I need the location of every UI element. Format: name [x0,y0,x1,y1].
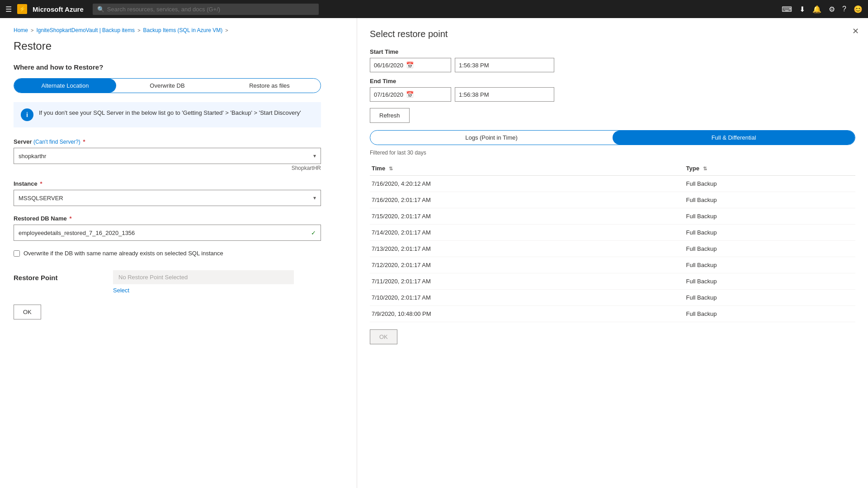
view-type-toggle: Logs (Point in Time) Full & Differential [370,130,855,145]
table-row[interactable]: 7/15/2020, 2:01:17 AMFull Backup [370,208,855,225]
start-time-label: Start Time [370,48,855,55]
restore-point-row: Restore Point Select [14,270,343,294]
restore-points-table: Time ⇅ Type ⇅ 7/16/2020, 4:20:12 AMFull … [370,161,855,322]
restore-point-time: 7/15/2020, 2:01:17 AM [370,208,684,225]
instance-field-group: Instance * MSSQLSERVER ▾ [14,180,343,206]
db-name-required: * [69,215,71,222]
server-field-group: Server (Can't find Server?) * shopkarthr… [14,138,343,171]
nav-icons: ⌨ ⬇ 🔔 ⚙ ? 😊 [782,5,863,14]
server-note[interactable]: (Can't find Server?) [33,139,80,145]
main-area: Home > IgniteShopkartDemoVault | Backup … [0,18,868,488]
start-date-value: 06/16/2020 [374,62,403,69]
restore-point-type: Full Backup [684,176,855,192]
table-row[interactable]: 7/10/2020, 2:01:17 AMFull Backup [370,290,855,306]
help-icon[interactable]: ? [842,5,846,13]
refresh-button[interactable]: Refresh [370,108,410,123]
time-column-header[interactable]: Time ⇅ [370,161,684,176]
search-input[interactable] [107,6,314,13]
db-name-value: employeedetails_restored_7_16_2020_1356 [19,230,135,236]
end-date-input[interactable]: 07/16/2020 📅 [370,87,451,102]
breadcrumb-sep-3: > [225,28,228,33]
table-row[interactable]: 7/12/2020, 2:01:17 AMFull Backup [370,257,855,273]
end-time-value: 1:56:38 PM [459,91,489,98]
section-heading: Where and how to Restore? [14,63,343,71]
breadcrumb-sep-2: > [137,28,140,33]
type-sort-icon[interactable]: ⇅ [703,166,707,172]
toggle-restore-as-files[interactable]: Restore as files [218,79,321,93]
bell-icon[interactable]: 🔔 [812,5,821,14]
check-icon: ✓ [311,230,316,236]
end-time-label: End Time [370,78,855,84]
instance-select[interactable]: MSSQLSERVER ▾ [14,190,321,206]
server-required: * [83,138,85,145]
breadcrumb-home[interactable]: Home [14,27,28,33]
table-row[interactable]: 7/16/2020, 2:01:17 AMFull Backup [370,192,855,208]
restore-point-type: Full Backup [684,192,855,208]
close-button[interactable]: ✕ [852,27,859,35]
settings-icon[interactable]: ⚙ [829,5,835,14]
restore-point-type: Full Backup [684,257,855,273]
type-column-header[interactable]: Type ⇅ [684,161,855,176]
table-row[interactable]: 7/14/2020, 2:01:17 AMFull Backup [370,225,855,241]
left-panel: Home > IgniteShopkartDemoVault | Backup … [0,18,357,488]
start-time-value: 1:56:38 PM [459,62,489,69]
server-chevron-icon: ▾ [313,153,316,159]
cloud-shell-icon[interactable]: ⌨ [782,5,792,14]
restore-point-type: Full Backup [684,290,855,306]
toggle-alternate-location[interactable]: Alternate Location [14,79,116,93]
end-time-input[interactable]: 1:56:38 PM [455,87,554,102]
db-name-input[interactable]: employeedetails_restored_7_16_2020_1356 … [14,225,321,241]
table-row[interactable]: 7/9/2020, 10:48:00 PMFull Backup [370,306,855,322]
server-value: shopkarthr [19,153,46,160]
azure-icon: ⚡ [17,4,27,14]
server-select[interactable]: shopkarthr ▾ [14,148,321,164]
breadcrumb-backup-items[interactable]: Backup Items (SQL in Azure VM) [143,27,223,33]
restore-point-time: 7/14/2020, 2:01:17 AM [370,225,684,241]
azure-logo: Microsoft Azure [33,5,84,13]
start-calendar-icon[interactable]: 📅 [406,61,414,69]
restore-point-value: Select [113,270,343,294]
table-row[interactable]: 7/16/2020, 4:20:12 AMFull Backup [370,176,855,192]
restore-point-time: 7/16/2020, 2:01:17 AM [370,192,684,208]
restore-point-time: 7/11/2020, 2:01:17 AM [370,273,684,290]
download-icon[interactable]: ⬇ [799,5,805,14]
db-name-field-group: Restored DB Name * employeedetails_resto… [14,215,343,241]
panel-ok-button[interactable]: OK [370,329,397,344]
restore-point-type: Full Backup [684,273,855,290]
start-date-input[interactable]: 06/16/2020 📅 [370,58,451,72]
info-icon: i [21,108,33,121]
server-hint: ShopkartHR [14,165,321,171]
table-row[interactable]: 7/13/2020, 2:01:17 AMFull Backup [370,241,855,257]
account-icon[interactable]: 😊 [854,5,863,14]
toggle-full-differential[interactable]: Full & Differential [613,131,855,145]
restore-point-time: 7/10/2020, 2:01:17 AM [370,290,684,306]
search-box[interactable]: 🔍 [93,4,319,15]
filter-text: Filtered for last 30 days [370,150,855,156]
restore-point-input [113,270,294,284]
restore-ok-button[interactable]: OK [14,305,41,319]
time-sort-icon[interactable]: ⇅ [389,166,393,172]
start-time-input[interactable]: 1:56:38 PM [455,58,554,72]
restore-point-time: 7/9/2020, 10:48:00 PM [370,306,684,322]
db-name-label: Restored DB Name * [14,215,343,222]
select-restore-point-link[interactable]: Select [113,287,129,294]
hamburger-icon[interactable]: ☰ [5,5,12,14]
table-row[interactable]: 7/11/2020, 2:01:17 AMFull Backup [370,273,855,290]
restore-point-time: 7/12/2020, 2:01:17 AM [370,257,684,273]
restore-point-time: 7/13/2020, 2:01:17 AM [370,241,684,257]
end-time-row: 07/16/2020 📅 1:56:38 PM [370,87,855,102]
end-calendar-icon[interactable]: 📅 [406,91,414,98]
toggle-overwrite-db[interactable]: Overwrite DB [116,79,218,93]
overwrite-label[interactable]: Overwrite if the DB with same name alrea… [24,250,223,257]
breadcrumb-sep-1: > [31,28,33,33]
toggle-logs-point-in-time[interactable]: Logs (Point in Time) [370,131,613,145]
overwrite-checkbox[interactable] [14,250,20,257]
search-icon: 🔍 [97,6,104,13]
right-panel: Select restore point ✕ Start Time 06/16/… [357,18,868,488]
breadcrumb-vault[interactable]: IgniteShopkartDemoVault | Backup items [36,27,135,33]
overwrite-checkbox-row: Overwrite if the DB with same name alrea… [14,250,321,257]
info-text: If you don't see your SQL Server in the … [39,108,301,117]
instance-value: MSSQLSERVER [19,195,63,202]
restore-type-toggle: Alternate Location Overwrite DB Restore … [14,78,321,93]
restore-point-time: 7/16/2020, 4:20:12 AM [370,176,684,192]
